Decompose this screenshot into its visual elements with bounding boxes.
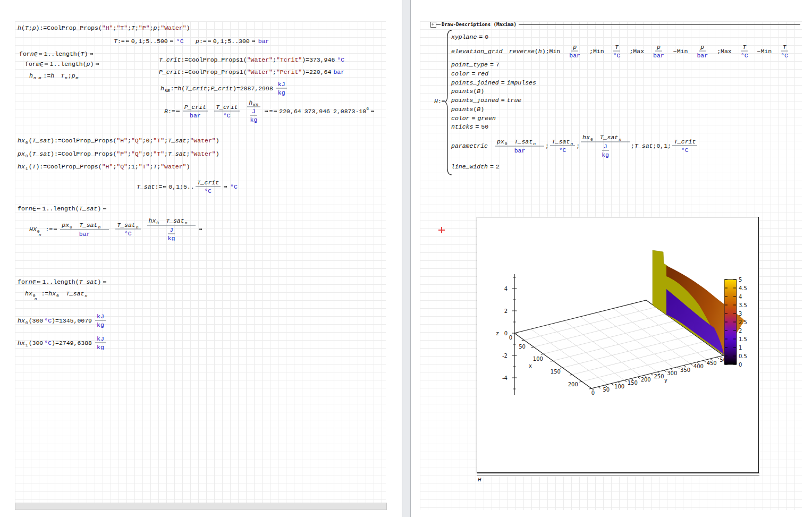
svg-text:300: 300 [667, 370, 677, 376]
surface3d-plot: 501001502000x050100150200250300350400450… [477, 217, 758, 471]
math-region-r8[interactable]: points(B) [451, 106, 484, 113]
svg-text:400: 400 [693, 363, 704, 369]
svg-text:150: 150 [628, 380, 638, 386]
math-region-l4[interactable]: for n ∈ 1..length(T) [19, 50, 94, 58]
math-region-l19[interactable]: hx0(300°C)=1345,0079kJkg [18, 313, 107, 328]
svg-text:3: 3 [739, 311, 742, 317]
svg-text:250: 250 [654, 374, 664, 379]
header-dash [436, 24, 441, 25]
svg-text:0.5: 0.5 [739, 353, 747, 359]
plot-variable-caption: H [478, 477, 481, 483]
math-region-l11[interactable]: hx0(T_sat):=CoolProp_Props("H"; "Q"; 0; … [18, 137, 219, 144]
svg-text:0: 0 [739, 362, 742, 368]
region-title: Draw-Descriptions (Maxima) [441, 22, 519, 27]
svg-text:-4: -4 [502, 375, 508, 381]
math-region-r12[interactable]: line_width=2 [451, 163, 500, 170]
draw-descriptions-region-header[interactable]: Draw-Descriptions (Maxima) [430, 21, 800, 28]
math-region-l6[interactable]: hn m:=hTn; pm [29, 72, 85, 80]
math-region-r10[interactable]: nticks=50 [451, 123, 488, 130]
math-region-l3[interactable]: p:=0,1; 5..300bar [196, 37, 269, 45]
math-region-l16[interactable]: HX0n:=px0T_satnbarT_satn°Chx0T_satnJkg [29, 216, 203, 242]
math-region-h-def[interactable]: H:= [434, 98, 445, 105]
svg-text:2.5: 2.5 [739, 319, 747, 325]
math-region-r9[interactable]: color=green [451, 115, 496, 122]
svg-text:2: 2 [739, 328, 742, 334]
math-region-l10[interactable]: B:=P_critbarT_crit°ChKBJkg=220,64373,946… [164, 99, 375, 124]
smath-worksheet: Draw-Descriptions (Maxima) 501001502000x… [0, 0, 812, 517]
svg-text:2: 2 [504, 308, 508, 314]
math-region-r2[interactable]: elevation_gridreverse(h); Minpbar; MinT°… [451, 43, 803, 60]
z-axis: 420-2-4z [496, 274, 517, 395]
math-region-l12[interactable]: px0(T_sat):=CoolProp_Props("P"; "Q"; 0; … [18, 150, 219, 157]
svg-text:x: x [529, 363, 532, 369]
svg-text:100: 100 [533, 356, 543, 362]
svg-text:450: 450 [707, 360, 717, 366]
svg-text:50: 50 [603, 387, 610, 393]
math-region-r5[interactable]: points_joined=impulses [451, 79, 536, 86]
math-region-l7[interactable]: T_crit:=CoolProp_Props1("Water"; "Tcrit"… [159, 56, 344, 63]
math-region-l15[interactable]: for n ∈ 1..length(T_sat) [18, 205, 107, 213]
math-region-l13[interactable]: hx1(T):=CoolProp_Props("H"; "Q"; 1; "T";… [18, 163, 190, 170]
y-axis: 050100150200250300350400450500y [591, 355, 730, 396]
page-divider [402, 0, 411, 517]
svg-text:150: 150 [551, 369, 561, 375]
math-region-l1[interactable]: h(T; p):=CoolProp_Props("H"; "T"; T; "P"… [18, 24, 190, 31]
svg-text:1.5: 1.5 [739, 336, 747, 342]
svg-text:5: 5 [739, 277, 742, 283]
math-region-l18[interactable]: hx0n:=hx0T_satn [25, 290, 94, 298]
plot-region-bottom-border [477, 473, 759, 476]
math-region-l14[interactable]: T_sat:=0,1; 5..T_crit°C°C [137, 179, 238, 195]
math-region-r4[interactable]: color=red [451, 70, 488, 77]
svg-text:350: 350 [680, 367, 690, 373]
collapse-region-icon[interactable] [430, 22, 436, 28]
svg-text:4: 4 [504, 286, 508, 292]
math-region-r3[interactable]: point_type=7 [451, 61, 500, 68]
svg-text:0: 0 [504, 330, 508, 336]
math-region-r1[interactable]: xyplane=0 [451, 33, 488, 40]
svg-text:z: z [496, 330, 498, 336]
svg-text:100: 100 [614, 384, 624, 389]
math-region-l9[interactable]: hKB:=h(T_crit; P_crit)=2087,2998kJkg [160, 81, 288, 96]
svg-text:y: y [664, 377, 667, 383]
svg-text:4.5: 4.5 [739, 285, 747, 291]
3d-plot-region[interactable]: 501001502000x050100150200250300350400450… [477, 217, 759, 473]
svg-text:4: 4 [739, 294, 742, 300]
math-region-r11[interactable]: parametricpx0T_satnbar; T_satn°C; hx0T_s… [451, 133, 705, 159]
svg-text:50: 50 [519, 344, 526, 350]
horizontal-scrollbar[interactable] [15, 503, 387, 510]
math-region-l8[interactable]: P_crit:=CoolProp_Props1("Water"; "Pcrit"… [159, 69, 344, 75]
math-region-l17[interactable]: for n ∈ 1..length(T_sat) [18, 278, 107, 286]
svg-text:3.5: 3.5 [739, 302, 747, 308]
header-rule [519, 24, 800, 25]
svg-text:1: 1 [739, 345, 742, 351]
svg-text:200: 200 [641, 377, 651, 383]
math-region-l2[interactable]: T:=0,1; 5..500°C [114, 37, 184, 45]
math-region-l5[interactable]: for m ∈ 1..length(p) [25, 60, 100, 68]
svg-text:200: 200 [568, 382, 578, 387]
svg-text:0: 0 [591, 390, 595, 396]
math-region-r7[interactable]: points_joined=true [451, 97, 521, 104]
insert-cursor-cross-icon [438, 227, 445, 233]
colorbar: 00.511.522.533.544.55 [724, 277, 747, 368]
math-region-r6[interactable]: points(B) [451, 88, 484, 95]
svg-text:-2: -2 [502, 353, 508, 359]
svg-text:0: 0 [509, 335, 512, 341]
math-region-l20[interactable]: hx1(300°C)=2749,6388kJkg [18, 335, 107, 351]
